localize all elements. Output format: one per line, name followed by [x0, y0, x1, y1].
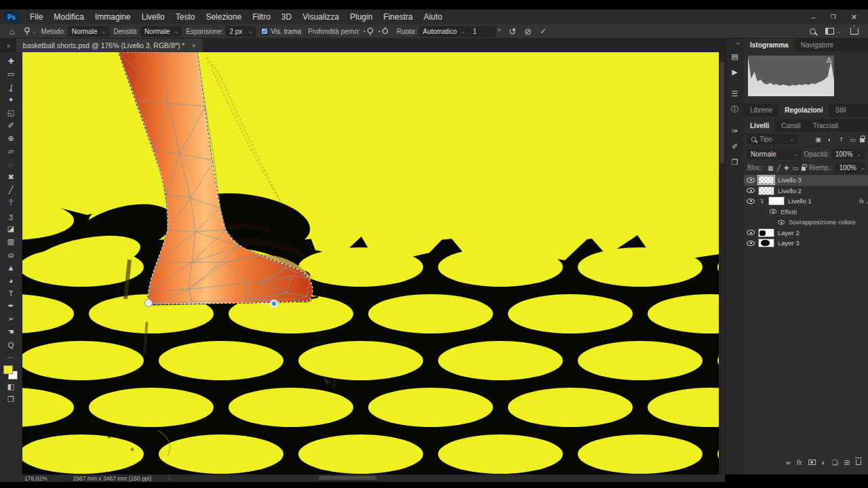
delete-layer-icon[interactable]: [856, 460, 861, 465]
screen-mode-icon[interactable]: ❒: [3, 393, 19, 406]
crop-tool-icon[interactable]: ◱: [3, 106, 19, 119]
more-tools-icon[interactable]: ⋯: [3, 351, 19, 364]
layer-row[interactable]: Livello 3: [744, 175, 868, 186]
filter-pixel-layers-icon[interactable]: ▣: [814, 136, 823, 143]
shape-tool-icon[interactable]: ▲: [3, 261, 19, 274]
visibility-eye-icon[interactable]: [747, 230, 755, 235]
eyedropper-tool-icon[interactable]: ✐: [3, 119, 19, 132]
layer-name[interactable]: Layer 2: [778, 229, 800, 237]
home-icon[interactable]: ⌂: [0, 26, 22, 37]
effect-name[interactable]: Sovrapposizione colore: [789, 218, 856, 226]
menu-selezione[interactable]: Selezione: [200, 12, 247, 22]
lock-pixels-icon[interactable]: ╱: [777, 165, 781, 171]
history-panel-icon[interactable]: ▤: [728, 49, 743, 64]
tab-navigatore[interactable]: Navigatore: [795, 39, 840, 52]
angle-input[interactable]: 1: [469, 26, 496, 37]
blend-mode-dropdown[interactable]: Normale⌄: [747, 149, 801, 159]
visibility-eye-icon[interactable]: [747, 178, 755, 183]
layer-row[interactable]: Livello 2: [744, 186, 868, 197]
commit-warp-icon[interactable]: ✓: [536, 26, 551, 36]
layer-thumbnail[interactable]: [758, 228, 774, 237]
menu-filtro[interactable]: Filtro: [247, 12, 276, 22]
layer-row[interactable]: ↴Livello 1fx⌄: [744, 196, 868, 207]
layer-thumbnail[interactable]: [758, 176, 774, 184]
restore-button[interactable]: ❐: [831, 14, 836, 20]
warp-pin-selected[interactable]: [270, 300, 278, 308]
workspace-icon[interactable]: [825, 28, 834, 35]
densita-dropdown[interactable]: Normale⌄: [141, 26, 182, 37]
tab-canali[interactable]: Canali: [775, 119, 806, 132]
fill-dropdown[interactable]: 100%⌄: [835, 163, 865, 173]
lock-all-icon[interactable]: [802, 167, 806, 171]
filter-adjustment-layers-icon[interactable]: ◐: [825, 136, 834, 143]
brushes-panel-icon[interactable]: ✐: [728, 139, 743, 154]
pen-tool-icon[interactable]: ✒: [3, 300, 19, 312]
tab-tracciati[interactable]: Tracciati: [807, 119, 844, 132]
info-panel-icon[interactable]: ⓘ: [728, 102, 743, 117]
quick-mask-icon[interactable]: ◧: [3, 380, 19, 393]
lasso-tool-icon[interactable]: ʆ: [3, 81, 19, 94]
status-arrow-icon[interactable]: 〉: [167, 474, 174, 483]
layer-effect-row[interactable]: Effetti: [744, 207, 868, 218]
visibility-eye-icon[interactable]: [778, 220, 785, 224]
visibility-eye-icon[interactable]: [770, 209, 776, 214]
canvas[interactable]: [22, 52, 719, 474]
cancel-warp-icon[interactable]: ⊘: [520, 26, 536, 37]
lock-position-icon[interactable]: ✚: [784, 165, 789, 171]
vertical-scrollbar-thumb[interactable]: [719, 62, 724, 163]
layer-effect-row[interactable]: Sovrapposizione colore: [744, 217, 868, 228]
add-mask-icon[interactable]: [808, 460, 816, 465]
layer-thumbnail[interactable]: [758, 186, 774, 195]
menu-immagine[interactable]: Immagine: [90, 12, 136, 22]
visibility-eye-icon[interactable]: [747, 241, 755, 246]
path-selection-tool-icon[interactable]: ➢: [3, 312, 19, 325]
filter-type-layers-icon[interactable]: T: [837, 136, 846, 143]
pin-caret-icon[interactable]: ⌄: [33, 28, 37, 35]
new-layer-icon[interactable]: ⊞: [844, 459, 850, 466]
adjustment-layer-icon[interactable]: ◐: [822, 459, 826, 466]
minimize-button[interactable]: –: [812, 13, 816, 21]
filter-smart-objects-icon[interactable]: [860, 138, 865, 142]
filter-shape-layers-icon[interactable]: ▭: [848, 136, 857, 143]
lock-transparency-icon[interactable]: ▦: [768, 165, 774, 171]
pin-depth-up-icon[interactable]: +: [363, 26, 375, 36]
slice-tool-icon[interactable]: ✖: [3, 171, 19, 184]
visibility-eye-icon[interactable]: [747, 188, 755, 193]
zoom-tool-icon[interactable]: Q: [3, 338, 19, 351]
document-tab[interactable]: basketball shorts.psd @ 176% (Livello 3,…: [16, 39, 203, 52]
zoom-level[interactable]: 176.02%: [24, 475, 47, 482]
tab-istogramma[interactable]: Istogramma: [744, 39, 795, 52]
menu-aiuto[interactable]: Aiuto: [418, 12, 448, 22]
metodo-dropdown[interactable]: Normale⌄: [68, 26, 110, 37]
menu-livello[interactable]: Livello: [136, 12, 170, 22]
menu-finestra[interactable]: Finestra: [378, 12, 418, 22]
opacity-dropdown[interactable]: 100%⌄: [832, 149, 865, 159]
move-tool-icon[interactable]: ✚: [3, 55, 19, 68]
properties-panel-icon[interactable]: ☰: [728, 86, 743, 101]
brush-settings-panel-icon[interactable]: ✑: [728, 123, 743, 138]
photoshop-logo[interactable]: Ps: [4, 12, 19, 22]
close-button[interactable]: ✕: [851, 13, 857, 22]
gradient-tool-icon[interactable]: ▥: [3, 235, 19, 248]
tab-overflow-icon[interactable]: «: [0, 42, 16, 52]
histogram-warning-icon[interactable]: ⚠: [826, 56, 832, 64]
layer-row[interactable]: Layer 2: [744, 228, 868, 239]
new-group-icon[interactable]: ❏: [832, 459, 838, 466]
effect-name[interactable]: Effetti: [781, 208, 797, 216]
tab-close-icon[interactable]: ×: [191, 41, 195, 49]
remove-all-pins-icon[interactable]: ↺: [505, 26, 520, 37]
search-icon[interactable]: [810, 28, 816, 35]
eraser-tool-icon[interactable]: ◪: [3, 222, 19, 235]
history-brush-tool-icon[interactable]: ʒ: [3, 209, 19, 222]
layer-row[interactable]: Layer 3: [744, 238, 868, 249]
visibility-eye-icon[interactable]: [747, 199, 755, 204]
brush-tool-icon[interactable]: ╱: [3, 184, 19, 197]
type-tool-icon[interactable]: T: [3, 287, 19, 300]
tab-librerie[interactable]: Librerie: [744, 104, 778, 117]
actions-panel-icon[interactable]: ▶: [728, 64, 743, 79]
layer-name[interactable]: Livello 3: [778, 176, 802, 184]
lock-artboard-icon[interactable]: ▭: [793, 165, 799, 171]
dodge-tool-icon[interactable]: ◕: [3, 274, 19, 287]
layer-filter-dropdown[interactable]: Tipo ⌄: [747, 134, 797, 144]
menu-testo[interactable]: Testo: [170, 12, 201, 22]
